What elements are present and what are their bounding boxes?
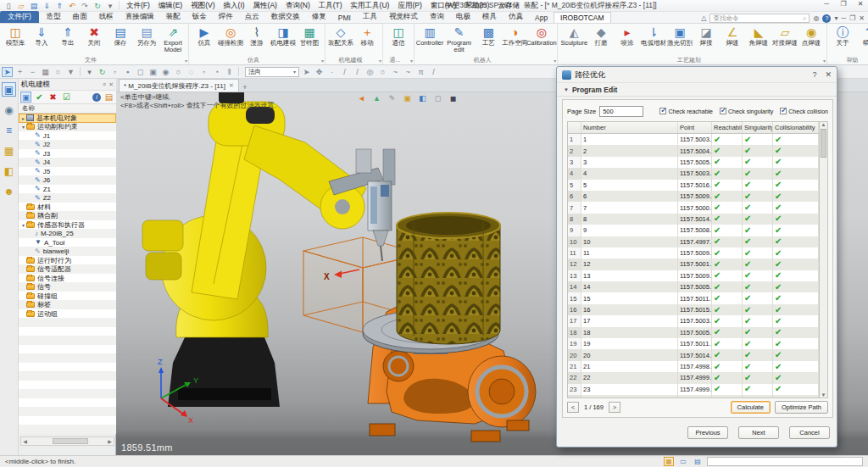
table-row[interactable]: 661157.5009...✔✔✔ <box>568 191 819 202</box>
tree-item[interactable]: 耦合副 <box>19 212 116 221</box>
tree-item[interactable]: ✎bianweiji <box>19 247 116 257</box>
pin4-icon[interactable]: ▣ <box>147 67 159 77</box>
structure-icon[interactable]: ≡ <box>2 123 16 137</box>
ribbon-button[interactable]: ◫模型库 <box>3 25 28 57</box>
table-row[interactable]: 18181157.5005...✔✔✔ <box>568 327 819 338</box>
ribbon-button[interactable]: ⓘ关于 <box>830 25 855 57</box>
tree-item[interactable]: 信号适配器 <box>19 265 116 275</box>
ribbon-button[interactable]: ◭Sculpture <box>560 25 587 57</box>
checkbox-check-collision[interactable]: Check collision <box>780 108 828 114</box>
ribbon-button[interactable]: ∠焊缝 <box>720 25 745 57</box>
tree-item[interactable]: ▾运动副和约束 <box>19 123 116 132</box>
ribbon-tab-电极[interactable]: 电极 <box>450 11 476 23</box>
white-cube-icon[interactable]: ◻ <box>432 93 443 103</box>
user-icon[interactable]: ☻ <box>2 184 16 198</box>
ribbon-button[interactable]: ▶仿真 <box>192 25 217 57</box>
apply-check-icon[interactable]: ✔ <box>34 92 45 103</box>
menu-item[interactable]: 文件(F) <box>123 1 153 11</box>
exit-icon[interactable]: ◄ <box>356 93 367 103</box>
cancel-x-icon[interactable]: ✖ <box>47 92 58 103</box>
pi-icon[interactable]: π <box>415 67 426 77</box>
ribbon-button[interactable]: ▥Controller <box>417 25 442 57</box>
table-row[interactable]: 111157.5003...✔✔✔ <box>568 134 819 145</box>
table-row[interactable]: 24241157.5010...✔✔✔ <box>568 395 819 398</box>
doc-restore-button[interactable]: ❐ <box>849 14 855 22</box>
undo-icon[interactable]: ↶ <box>67 1 77 10</box>
tab-close-icon[interactable]: ✕ <box>229 82 234 89</box>
ribbon-button[interactable]: ⇂电弧增材 <box>641 25 666 57</box>
terrain-icon[interactable]: ▲ <box>371 93 382 103</box>
tree-item[interactable]: 运动组 <box>19 309 116 319</box>
lattice-workpiece[interactable] <box>397 213 500 344</box>
pin6-icon[interactable]: ○ <box>173 67 184 77</box>
info-icon[interactable]: i <box>92 93 101 102</box>
group-launcher-icon[interactable]: ▾ <box>185 58 187 64</box>
ellipse-icon[interactable]: ○ <box>377 67 388 77</box>
program-edit-section-header[interactable]: ▼ Program Edit <box>557 83 837 97</box>
grid-snap-icon[interactable]: ▦ <box>664 457 674 466</box>
edit-icon[interactable]: ✎ <box>387 93 398 103</box>
ribbon-button[interactable]: ◉点焊缝 <box>798 25 824 57</box>
doc-close-button[interactable]: ✕ <box>859 14 865 22</box>
table-vscrollbar[interactable]: ▲ ▼ <box>819 121 828 398</box>
sync-icon[interactable]: ↻ <box>97 67 108 77</box>
checkbox-checked-icon[interactable] <box>780 108 787 114</box>
ribbon-tab-pmi[interactable]: PMI <box>332 13 357 23</box>
grid-add-icon[interactable]: ▦ <box>40 67 51 77</box>
circle-select-icon[interactable]: ○ <box>53 67 64 77</box>
table-row[interactable]: 551157.5016...✔✔✔ <box>568 180 819 191</box>
scroll-up-icon[interactable]: ▲ <box>821 122 826 127</box>
slash-icon[interactable]: / <box>428 67 439 77</box>
yellow-box-icon[interactable]: ▣ <box>402 93 413 103</box>
cursor-icon[interactable]: ➤ <box>301 67 312 77</box>
ribbon-button[interactable]: ◫通信 <box>386 25 411 57</box>
pause-icon[interactable]: ‖ <box>224 67 235 77</box>
tree-item[interactable]: 信号连接 <box>19 274 116 283</box>
ribbon-button[interactable]: ?帮助 <box>856 25 868 57</box>
calculate-button[interactable]: Calculate <box>731 401 771 414</box>
tree-item[interactable]: ▼A_Tool <box>19 238 116 247</box>
dropdown-icon[interactable]: ▾ <box>84 67 95 77</box>
mechatronics-nav-icon[interactable]: ▣ <box>2 82 16 97</box>
dialog-close-icon[interactable]: ✕ <box>825 70 832 79</box>
menu-item[interactable]: 属性(A) <box>250 1 281 11</box>
ribbon-button[interactable]: ✖关闭 <box>81 25 107 57</box>
joints-icon[interactable]: ◉ <box>2 103 16 117</box>
point-icon[interactable]: · <box>326 67 337 77</box>
close-button[interactable]: ✕ <box>854 0 866 8</box>
group-launcher-icon[interactable]: ▾ <box>321 58 324 64</box>
line-icon[interactable]: / <box>339 67 350 77</box>
ribbon-button[interactable]: ▦甘特图 <box>297 25 322 57</box>
checkbox-check-singularity[interactable]: Check singularity <box>720 108 773 114</box>
ribbon-tab-视觉样式[interactable]: 视觉样式 <box>383 11 424 23</box>
table-row[interactable]: 331157.5005...✔✔✔ <box>568 157 819 168</box>
menu-item[interactable]: 编辑(E) <box>155 1 186 11</box>
render-icon[interactable]: ◧ <box>2 164 16 178</box>
ribbon-button[interactable]: ◇装配关系 <box>328 25 353 57</box>
menu-item[interactable]: 应用(P) <box>394 1 425 11</box>
menu-item[interactable]: 视图(V) <box>187 1 218 11</box>
document-tab[interactable]: * M_20iB变位机焊接程序.Z3 - [11] ✕ <box>119 79 239 92</box>
pin7-icon[interactable]: ◌ <box>186 67 197 77</box>
scroll-right-icon[interactable]: ▶ <box>106 438 114 444</box>
ribbon-tab-曲面[interactable]: 曲面 <box>67 11 93 23</box>
ribbon-button[interactable]: ＋移动 <box>354 25 380 57</box>
ribbon-button[interactable]: ◨机电建模 <box>270 25 296 57</box>
ribbon-button[interactable]: ▱对接焊缝 <box>772 25 798 57</box>
tree-item[interactable]: ✎J5 <box>19 167 116 176</box>
dialog-title-bar[interactable]: 路径优化 ? ✕ <box>557 67 837 83</box>
wave1-icon[interactable]: ~ <box>390 67 401 77</box>
menu-item[interactable]: 查询(N) <box>282 1 314 11</box>
ribbon-tab-查询[interactable]: 查询 <box>424 11 450 23</box>
group-launcher-icon[interactable]: ▾ <box>823 58 826 64</box>
ribbon-tab-模具[interactable]: 模具 <box>476 11 503 23</box>
tree-expander-icon[interactable]: ▾ <box>20 222 26 228</box>
dialog-help-icon[interactable]: ? <box>812 70 816 79</box>
table-row[interactable]: 19191157.5011...✔✔✔ <box>568 338 819 349</box>
hand-icon[interactable]: ✥ <box>314 67 325 77</box>
ribbon-button[interactable]: ▤保存 <box>108 25 133 57</box>
monitor-icon[interactable]: ▭ <box>678 457 688 466</box>
cloud-icon[interactable]: △ <box>701 14 706 22</box>
ribbon-tab-直接编辑[interactable]: 直接编辑 <box>120 11 160 23</box>
help-dropdown-icon[interactable]: ▾ <box>834 14 837 22</box>
